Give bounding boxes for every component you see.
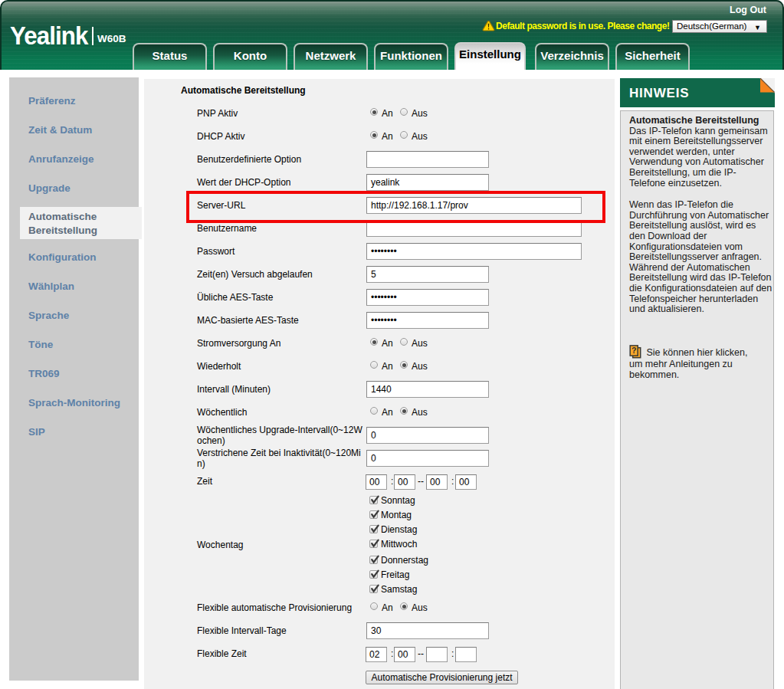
svg-text:?: ? (631, 346, 636, 355)
